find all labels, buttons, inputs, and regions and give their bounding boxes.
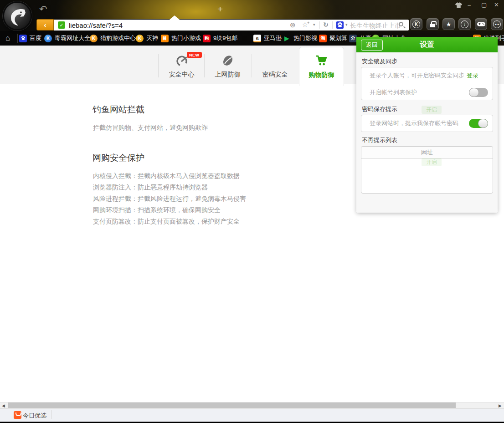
url-column-header: 网址 — [361, 147, 493, 159]
tab-password-safety[interactable]: 密码安全 — [252, 46, 298, 84]
site-safe-check-icon: ✓ — [58, 21, 65, 29]
downloads-button[interactable]: ↓ — [458, 18, 471, 30]
baidu-paw-icon — [19, 35, 27, 42]
reader-mode-icon[interactable]: ⊛ — [290, 21, 296, 29]
tab-label: 上网防御 — [205, 71, 251, 79]
bookmark-label: 亚马逊 — [264, 34, 282, 42]
divider — [51, 410, 52, 419]
login-sync-row: 登录个人账号，可开启密码安全同步 登录 — [361, 67, 493, 84]
divider — [332, 21, 333, 29]
skin-shirt-icon[interactable] — [455, 2, 463, 9]
tab-security-center[interactable]: NEW 安全中心 — [159, 46, 205, 84]
maximize-button[interactable]: ▢ — [481, 1, 487, 8]
section-label-sync: 安全锁及同步 — [362, 57, 397, 66]
account-protect-row: 开启帐号列表保护 — [361, 84, 493, 100]
leaf-shield-icon — [221, 54, 235, 67]
shopping-bag-icon[interactable] — [14, 411, 21, 419]
search-engine-caret-icon[interactable]: ▾ — [345, 22, 348, 27]
account-protect-label: 开启帐号列表保护 — [370, 88, 417, 97]
download-icon: ↓ — [461, 20, 468, 28]
bookmark-amazon[interactable]: a 亚马逊 — [253, 34, 282, 42]
status-bar — [0, 408, 504, 422]
cheetah-browser-logo-icon[interactable] — [3, 1, 32, 31]
tao-icon: 淘 — [319, 35, 327, 42]
bookmark-hot-video[interactable]: ▶ 热门影视 — [283, 34, 317, 42]
protect-item: 浏览器防注入：防止恶意程序劫持浏览器 — [93, 183, 208, 192]
play-triangle-icon: ▶ — [283, 35, 291, 42]
password-settings-box: 登录网站时，提示我保存帐号密码 — [361, 115, 493, 132]
shopping-icon: 购 — [203, 35, 211, 42]
security-lock-button[interactable] — [427, 18, 439, 30]
bookmark-dropdown-caret-icon[interactable]: ▾ — [313, 22, 315, 27]
tab-shopping-defense-active[interactable]: 购物防御 — [299, 47, 344, 86]
k-icon: K — [412, 20, 420, 28]
baidu-paw-icon[interactable] — [336, 21, 344, 29]
protect-item: 网购环境扫描：扫描系统环境，确保网购安全 — [93, 206, 221, 214]
bookmark-label: 热门影视 — [293, 34, 317, 42]
tab-label: 购物防御 — [299, 71, 344, 79]
account-protect-toggle[interactable] — [469, 88, 488, 97]
new-badge: NEW — [187, 52, 202, 58]
more-menu-button[interactable]: ⋯ — [491, 18, 503, 30]
section-label-noprompt: 不再提示列表 — [362, 136, 397, 144]
bookmark-baidu[interactable]: 百度 — [19, 34, 41, 42]
refresh-icon[interactable]: ↻ — [323, 21, 329, 28]
today-picks-link[interactable]: 今日优选 — [23, 412, 46, 420]
liebao-account-button[interactable]: K — [410, 18, 422, 30]
scroll-right-arrow-icon[interactable]: ▶ — [499, 403, 502, 408]
scrollbar-thumb[interactable] — [8, 403, 456, 408]
password-hint: 登录网站时，提示我保存帐号密码 — [370, 119, 458, 127]
favorites-button[interactable]: ★ — [442, 18, 455, 30]
section-title-phishing: 钓鱼网站拦截 — [93, 104, 144, 116]
toggle-knob — [469, 88, 479, 97]
new-tab-button[interactable]: + — [217, 4, 223, 15]
settings-panel: 设置 返回 安全锁及同步 登录个人账号，可开启密码安全同步 登录 开启帐号列表保… — [356, 37, 498, 213]
home-icon[interactable]: ⌂ — [5, 34, 10, 43]
bookmark-game-center[interactable]: K 猎豹游戏中心 — [90, 34, 136, 42]
browser-title-bar — [0, 0, 504, 19]
bookmark-9kuai9[interactable]: 购 9块9包邮 — [203, 34, 237, 42]
add-bookmark-plus-icon: + — [307, 20, 309, 25]
return-button[interactable]: 返回 — [361, 40, 383, 51]
k-icon: K — [90, 35, 98, 42]
cart-icon — [314, 54, 329, 67]
nav-back-button[interactable]: ‹ — [36, 19, 54, 31]
bookmark-duba-site-nav[interactable]: K 毒霸网址大全 — [44, 34, 90, 42]
bookmark-juhuasuan[interactable]: 淘 聚划算 — [319, 34, 347, 42]
login-link[interactable]: 登录 — [467, 71, 478, 80]
restore-tab-arrow-icon[interactable]: ↶ — [39, 4, 47, 15]
bookmark-mini-games[interactable]: 目 热门小游戏 — [161, 34, 201, 42]
bookmark-label: 灭神 — [146, 34, 158, 42]
search-input[interactable]: 长生生物终止上市 — [350, 22, 401, 30]
url-field[interactable]: ✓ liebao://safe/?s=4 ⊛ ☆ + ▾ ↻ ▾ 长生生物终止上… — [54, 20, 409, 31]
bookmark-label: 猎豹游戏中心 — [100, 34, 136, 42]
ellipsis-icon: ⋯ — [493, 20, 501, 28]
games-grid-icon: 目 — [161, 35, 169, 42]
tab-web-defense[interactable]: 上网防御 — [205, 46, 251, 84]
bookmark-mieshen[interactable]: K 灭神 — [136, 34, 158, 42]
protect-item: 风险进程拦截：拦截风险进程运行，避免病毒木马侵害 — [93, 195, 246, 203]
protect-item: 内核侵入拦截：拦截内核级木马入侵浏览器盗取数据 — [93, 172, 240, 180]
search-magnifier-icon[interactable] — [399, 22, 403, 26]
sync-settings-box: 登录个人账号，可开启密码安全同步 登录 开启帐号列表保护 — [361, 67, 493, 100]
sync-hint: 登录个人账号，可开启密码安全同步 — [370, 71, 464, 80]
active-tab-notch — [170, 15, 180, 20]
url-text[interactable]: liebao://safe/?s=4 — [69, 21, 123, 29]
scroll-left-arrow-icon[interactable]: ◀ — [2, 403, 5, 408]
bookmark-label: 热门小游戏 — [171, 34, 201, 42]
lock-icon — [430, 24, 435, 27]
games-button[interactable] — [475, 18, 487, 30]
close-button[interactable]: ✕ — [494, 1, 499, 8]
bookmark-label: 9块9包邮 — [213, 34, 237, 42]
gauge-icon — [175, 54, 189, 67]
gamepad-icon — [477, 21, 485, 27]
noprompt-url-table: 网址 — [361, 146, 493, 194]
k-icon: K — [136, 35, 144, 42]
minimize-button[interactable]: – — [468, 1, 471, 8]
amazon-a-icon: a — [253, 35, 261, 42]
bookmark-label: 毒霸网址大全 — [55, 34, 90, 42]
bookmark-label: 百度 — [30, 34, 41, 42]
paw-icon — [336, 21, 344, 29]
protect-item: 支付页防篡改：防止支付页面被篡改，保护财产安全 — [93, 218, 240, 226]
password-prompt-toggle[interactable] — [469, 119, 488, 128]
